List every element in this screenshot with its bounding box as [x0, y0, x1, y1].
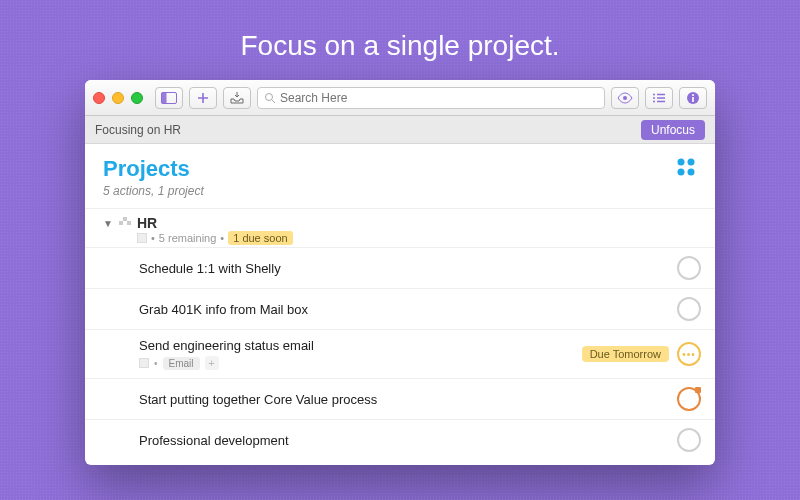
project-name: HR — [137, 215, 157, 231]
svg-point-2 — [266, 93, 273, 100]
svg-point-12 — [678, 169, 685, 176]
task-title: Professional development — [139, 433, 669, 448]
task-row[interactable]: Professional development — [85, 419, 715, 460]
perspective-subtitle: 5 actions, 1 project — [103, 184, 204, 198]
flag-placeholder-icon — [137, 233, 147, 243]
project-due-badge: 1 due soon — [228, 231, 292, 245]
sidebar-toggle-button[interactable] — [155, 87, 183, 109]
inspector-button[interactable] — [679, 87, 707, 109]
svg-point-3 — [623, 96, 627, 100]
svg-point-6 — [653, 100, 655, 102]
tag-chip[interactable]: Email — [163, 357, 200, 370]
svg-point-13 — [688, 169, 695, 176]
window-controls — [93, 92, 143, 104]
perspective-title: Projects — [103, 156, 204, 182]
search-input[interactable] — [280, 91, 598, 105]
app-window: Focusing on HR Unfocus Projects 5 action… — [85, 80, 715, 465]
add-tag-button[interactable]: + — [205, 356, 219, 370]
unfocus-button[interactable]: Unfocus — [641, 120, 705, 140]
quick-entry-button[interactable] — [223, 87, 251, 109]
add-button[interactable] — [189, 87, 217, 109]
task-row[interactable]: Schedule 1:1 with Shelly — [85, 247, 715, 288]
task-row[interactable]: Grab 401K info from Mail box — [85, 288, 715, 329]
svg-rect-14 — [119, 221, 123, 225]
svg-point-11 — [688, 159, 695, 166]
projects-icon — [675, 156, 697, 178]
disclosure-triangle-icon[interactable]: ▼ — [103, 218, 113, 229]
toolbar — [85, 80, 715, 116]
svg-rect-9 — [692, 97, 694, 102]
task-title: Send engineering status email — [139, 338, 574, 353]
project-meta: • 5 remaining • 1 due soon — [137, 231, 697, 245]
list-icon — [652, 93, 666, 103]
task-title: Schedule 1:1 with Shelly — [139, 261, 669, 276]
task-status-circle[interactable] — [677, 428, 701, 452]
svg-rect-1 — [162, 92, 167, 103]
task-row[interactable]: Send engineering status email•Email+Due … — [85, 329, 715, 378]
sidebar-icon — [161, 92, 177, 104]
task-row[interactable]: Start putting together Core Value proces… — [85, 378, 715, 419]
svg-point-8 — [692, 94, 694, 96]
focus-bar-text: Focusing on HR — [95, 123, 181, 137]
flag-placeholder-icon — [139, 358, 149, 368]
content-area: Projects 5 actions, 1 project ▼ HR — [85, 144, 715, 465]
hero-title: Focus on a single project. — [0, 30, 800, 62]
search-icon — [264, 92, 276, 104]
due-badge: Due Tomorrow — [582, 346, 669, 362]
perspective-header: Projects 5 actions, 1 project — [85, 144, 715, 208]
focus-bar: Focusing on HR Unfocus — [85, 116, 715, 144]
task-tags: •Email+ — [139, 356, 574, 370]
close-window-button[interactable] — [93, 92, 105, 104]
project-row[interactable]: ▼ HR • 5 remaining • 1 due soon — [85, 208, 715, 247]
svg-rect-16 — [127, 221, 131, 225]
perspective-icon[interactable] — [675, 156, 697, 178]
svg-point-4 — [653, 93, 655, 95]
task-status-circle[interactable]: ••• — [677, 342, 701, 366]
list-view-button[interactable] — [645, 87, 673, 109]
svg-point-5 — [653, 97, 655, 99]
info-icon — [686, 91, 700, 105]
task-list: Schedule 1:1 with ShellyGrab 401K info f… — [85, 247, 715, 460]
eye-icon — [617, 92, 633, 104]
view-button[interactable] — [611, 87, 639, 109]
task-title: Start putting together Core Value proces… — [139, 392, 669, 407]
task-status-circle[interactable] — [677, 387, 701, 411]
svg-point-10 — [678, 159, 685, 166]
project-type-icon — [119, 217, 131, 229]
minimize-window-button[interactable] — [112, 92, 124, 104]
svg-rect-15 — [123, 217, 127, 221]
plus-icon — [197, 92, 209, 104]
project-remaining-count: 5 remaining — [159, 232, 216, 244]
zoom-window-button[interactable] — [131, 92, 143, 104]
inbox-icon — [230, 92, 244, 104]
task-status-circle[interactable] — [677, 256, 701, 280]
task-status-circle[interactable] — [677, 297, 701, 321]
search-field[interactable] — [257, 87, 605, 109]
task-title: Grab 401K info from Mail box — [139, 302, 669, 317]
